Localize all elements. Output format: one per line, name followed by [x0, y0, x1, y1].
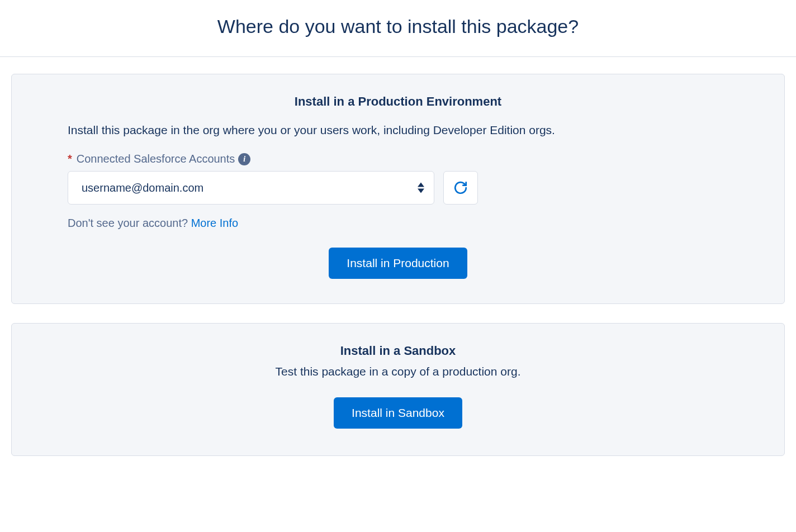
refresh-button[interactable] [443, 171, 478, 205]
account-input-row [68, 171, 728, 205]
page-header: Where do you want to install this packag… [0, 0, 796, 56]
account-field-label: Connected Salesforce Accounts [77, 153, 235, 165]
required-asterisk: * [68, 153, 72, 165]
content-area: Install in a Production Environment Inst… [0, 57, 796, 486]
sandbox-description: Test this package in a copy of a product… [68, 365, 728, 378]
sandbox-card: Install in a Sandbox Test this package i… [11, 323, 785, 456]
more-info-link[interactable]: More Info [191, 217, 238, 229]
sandbox-title: Install in a Sandbox [68, 344, 728, 358]
production-description: Install this package in the org where yo… [68, 124, 728, 137]
info-icon[interactable]: i [238, 153, 250, 165]
help-prefix: Don't see your account? [68, 217, 191, 229]
install-sandbox-button[interactable]: Install in Sandbox [334, 397, 462, 429]
account-field-label-row: * Connected Salesforce Accounts i [68, 153, 728, 165]
refresh-icon [453, 180, 468, 195]
production-button-row: Install in Production [68, 248, 728, 279]
help-text: Don't see your account? More Info [68, 217, 728, 230]
install-production-button[interactable]: Install in Production [329, 248, 467, 279]
production-card: Install in a Production Environment Inst… [11, 74, 785, 304]
sandbox-button-row: Install in Sandbox [68, 397, 728, 429]
account-select-wrap [68, 171, 434, 205]
account-select[interactable] [68, 171, 434, 205]
production-title: Install in a Production Environment [68, 94, 728, 109]
page-title: Where do you want to install this packag… [11, 16, 785, 37]
